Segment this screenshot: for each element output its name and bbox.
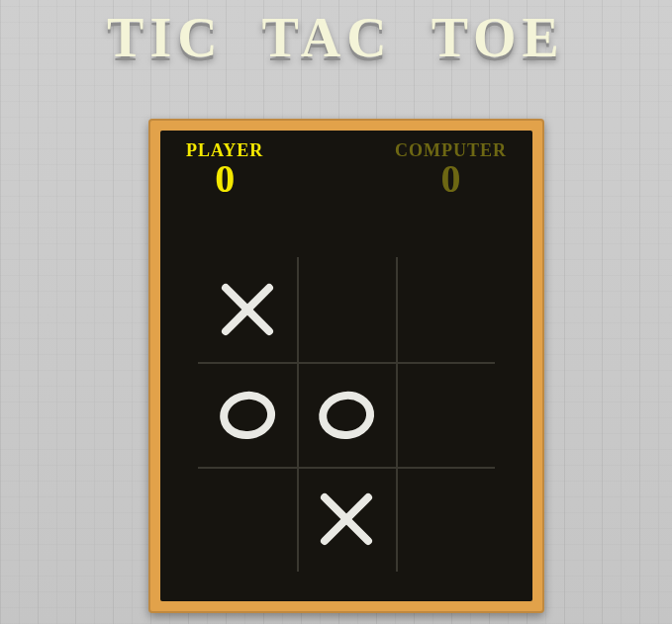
board-frame: PLAYER 0 COMPUTER 0 <box>148 119 544 613</box>
o-mark-icon <box>198 362 297 467</box>
game-grid <box>198 257 495 572</box>
cell-2-0[interactable] <box>198 467 297 572</box>
player-score-box: PLAYER 0 <box>186 140 263 199</box>
computer-score-box: COMPUTER 0 <box>395 140 507 199</box>
svg-point-0 <box>222 393 274 438</box>
svg-point-1 <box>321 393 373 438</box>
computer-score: 0 <box>395 159 507 199</box>
score-row: PLAYER 0 COMPUTER 0 <box>160 140 532 199</box>
chalkboard: PLAYER 0 COMPUTER 0 <box>160 131 532 601</box>
page-title: TIC TAC TOE <box>0 6 672 69</box>
player-score: 0 <box>186 159 263 199</box>
cell-0-0[interactable] <box>198 257 297 362</box>
cell-2-1[interactable] <box>297 467 396 572</box>
cell-0-2[interactable] <box>396 257 495 362</box>
x-mark-icon <box>297 467 396 572</box>
o-mark-icon <box>297 362 396 467</box>
cell-1-0[interactable] <box>198 362 297 467</box>
x-mark-icon <box>198 257 297 362</box>
cell-0-1[interactable] <box>297 257 396 362</box>
cell-2-2[interactable] <box>396 467 495 572</box>
cell-1-1[interactable] <box>297 362 396 467</box>
cell-1-2[interactable] <box>396 362 495 467</box>
